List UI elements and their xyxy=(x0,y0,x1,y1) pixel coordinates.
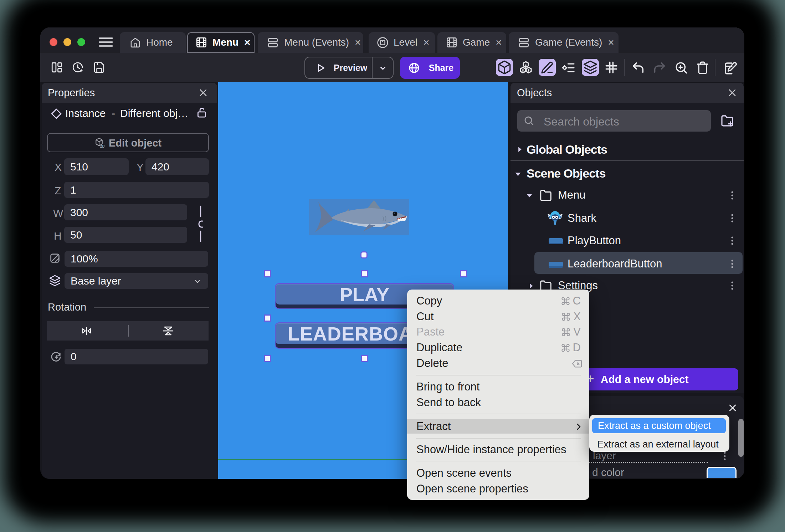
svg-text:2D: 2D xyxy=(100,144,105,148)
